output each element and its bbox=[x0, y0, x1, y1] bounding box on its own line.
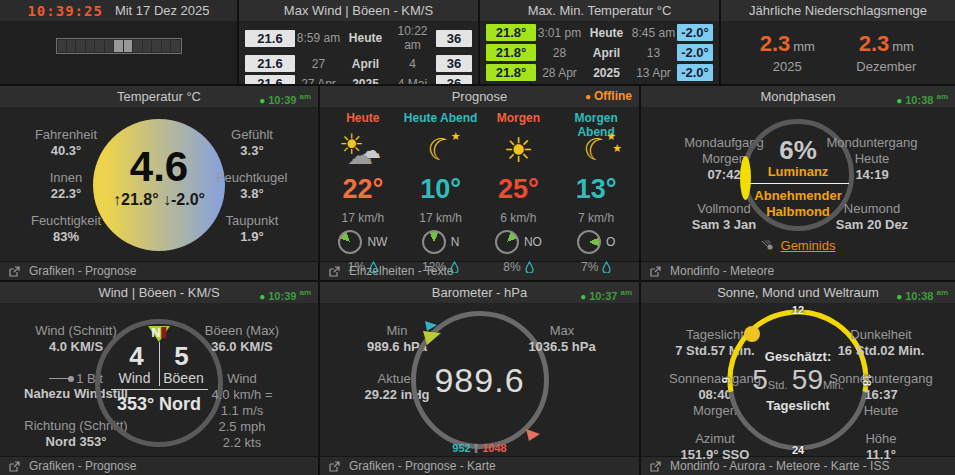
table-cell: 28 Apr bbox=[536, 66, 583, 80]
moon-footer-link[interactable]: Mondinfo - Meteore bbox=[641, 261, 955, 280]
metric-value: 1036.5 hPa bbox=[487, 339, 637, 355]
forecast-panel: Prognose ●Offline Heute ☀☁☁ 22° 17 km/h … bbox=[320, 86, 639, 280]
forecast-dir: NO bbox=[524, 235, 542, 249]
min-temp-value: -2.0° bbox=[677, 44, 713, 61]
metric-label: Dunkelheit bbox=[811, 327, 951, 343]
table-cell: 8:59 am bbox=[295, 31, 342, 45]
metric-label: Max bbox=[487, 323, 637, 339]
max-min-temp-title: Max. Min. Temperatur °C bbox=[480, 0, 719, 21]
geminids-link[interactable]: Geminids bbox=[781, 238, 836, 253]
forecast-temp: 10° bbox=[420, 172, 461, 208]
droplet-icon bbox=[369, 261, 378, 273]
metric-label: Böeen (Max) bbox=[166, 323, 318, 339]
max-gust-value: 36 bbox=[436, 75, 472, 84]
metric-value: 83% bbox=[6, 229, 126, 245]
forecast-col-heute-abend: Heute Abend ☾★ 10° 17 km/h N 12% bbox=[402, 111, 480, 276]
status-dot-icon: ● bbox=[896, 291, 902, 302]
metric-label: Wind bbox=[166, 371, 318, 387]
hour-marker-24: 24 bbox=[792, 444, 804, 456]
max-wind-table: 21.6 8:59 am Heute 10:22 am 36 21.6 27 A… bbox=[239, 21, 478, 84]
status-dot-icon: ● bbox=[580, 291, 586, 302]
moon-panel: Mondphasen ●10:38 am Mondaufgang Morgen … bbox=[641, 86, 955, 280]
table-cell: April bbox=[583, 46, 630, 60]
meteor-icon bbox=[761, 240, 775, 251]
scale-ticks: ∥ bbox=[474, 443, 480, 453]
external-link-icon bbox=[650, 266, 661, 277]
metric-label: Sonnenuntergang bbox=[811, 371, 951, 387]
droplet-icon bbox=[525, 261, 534, 273]
precipitation-title: Jährliche Niederschlagsmenge bbox=[721, 0, 955, 21]
metric-value: 3.3° bbox=[192, 143, 312, 159]
offline-status: ●Offline bbox=[585, 86, 632, 107]
max-temp-value: 21.8° bbox=[486, 44, 536, 61]
status-dot-icon: ● bbox=[259, 95, 265, 106]
droplet-icon bbox=[450, 261, 459, 273]
precip-value: 2.3 bbox=[859, 31, 890, 56]
precip-unit: mm bbox=[892, 39, 914, 54]
forecast-col-morgen: Morgen ☀ 25° 6 km/h NO 8% bbox=[480, 111, 558, 276]
forecast-precip: 1% bbox=[348, 260, 365, 274]
table-cell: 3:01 pm bbox=[536, 26, 583, 40]
sun-panel: Sonne, Mond und Weltraum ●10:38 am Tages… bbox=[641, 282, 955, 475]
footer-link-label: Mondinfo - Meteore bbox=[670, 264, 774, 278]
temperature-footer-link[interactable]: Grafiken - Prognose bbox=[0, 261, 318, 280]
forecast-wind: 7 km/h bbox=[578, 208, 614, 228]
max-wind-title: Max Wind | Böeen - KM/S bbox=[239, 0, 478, 21]
metric-label: Neumond bbox=[807, 201, 937, 217]
forecast-precip: 8% bbox=[503, 260, 520, 274]
metric-label: Fahrenheit bbox=[6, 127, 126, 143]
sun-cloud-icon: ☀☁☁ bbox=[333, 128, 393, 172]
metric-label: Monduntergang bbox=[807, 135, 937, 151]
precipitation-panel: Jährliche Niederschlagsmenge 2.3mm 2025 … bbox=[721, 0, 955, 84]
metric-label: Feuchtkugel bbox=[192, 170, 312, 186]
table-cell: 10:22 am bbox=[389, 24, 436, 52]
scale-max: 1048 bbox=[482, 442, 506, 454]
precip-year: 2.3mm 2025 bbox=[760, 31, 815, 74]
precip-value: 2.3 bbox=[760, 31, 791, 56]
forecast-wind: 6 km/h bbox=[500, 208, 536, 228]
metric-value: 1.9° bbox=[192, 229, 312, 245]
status-dot-icon: ● bbox=[896, 95, 902, 106]
metric-sublabel: Heute bbox=[807, 151, 937, 167]
wind-word: Wind bbox=[111, 370, 159, 386]
footer-link-label: Grafiken - Prognose bbox=[29, 264, 136, 278]
table-cell: 28 bbox=[536, 46, 583, 60]
scale-min: 952 bbox=[452, 442, 470, 454]
min-temp-value: -2.0° bbox=[677, 24, 713, 41]
forecast-wind: 17 km/h bbox=[419, 208, 462, 228]
wind-speed-number: 4 bbox=[115, 342, 159, 370]
barometer-title: Barometer - hPa bbox=[432, 285, 527, 300]
metric-sublabel: Heute bbox=[811, 403, 951, 419]
footer-link-label: Grafiken - Prognose - Karte bbox=[349, 459, 496, 473]
metric-label: Höhe bbox=[811, 431, 951, 447]
wind-barb-icon bbox=[49, 378, 71, 379]
wind-panel: Wind | Böeen - KM/S ●10:39 am Wind (Schn… bbox=[0, 282, 318, 475]
max-wind-value: 21.6 bbox=[245, 30, 295, 47]
table-cell: Heute bbox=[342, 31, 389, 45]
wind-direction-dial-icon bbox=[495, 230, 519, 254]
droplet-icon bbox=[602, 261, 611, 273]
forecast-col-morgen-abend: Morgen Abend ☾★★ 13° 7 km/h O 7% bbox=[557, 111, 635, 276]
wind-direction-dial-icon bbox=[338, 230, 362, 254]
metric-value: 3.8° bbox=[192, 186, 312, 202]
forecast-wind: 17 km/h bbox=[342, 208, 385, 228]
metric-value: 16 Std.02 Min. bbox=[811, 343, 951, 359]
barometer-scale: 952 ∥ 1048 bbox=[320, 442, 639, 454]
sun-title: Sonne, Mond und Weltraum bbox=[717, 285, 879, 300]
metric-label: Gefühlt bbox=[192, 127, 312, 143]
compass-north-marker: N bbox=[151, 325, 166, 340]
moon-right-column: Monduntergang Heute 14:19 Neumond Sam 20… bbox=[807, 135, 937, 233]
forecast-title: Prognose bbox=[452, 89, 508, 104]
table-cell: 8:45 am bbox=[630, 26, 677, 40]
forecast-period-label: Morgen Abend bbox=[557, 111, 635, 128]
hour-marker-12: 12 bbox=[792, 304, 804, 316]
table-cell: 13 Apr bbox=[630, 66, 677, 80]
pressure-max-pointer-icon bbox=[524, 425, 542, 443]
temperature-title: Temperatur °C bbox=[117, 89, 201, 104]
moon-stars-icon: ☾★ bbox=[411, 128, 471, 172]
pressure-trend-pointer-icon bbox=[417, 319, 449, 349]
barometer-footer-link[interactable]: Grafiken - Prognose - Karte bbox=[320, 456, 639, 475]
clock-date: Mit 17 Dez 2025 bbox=[115, 3, 210, 18]
barometer-panel: Barometer - hPa ●10:37 am Min 989.6 hPa … bbox=[320, 282, 639, 475]
clock-panel: 10:39:25 Mit 17 Dez 2025 bbox=[0, 0, 237, 84]
